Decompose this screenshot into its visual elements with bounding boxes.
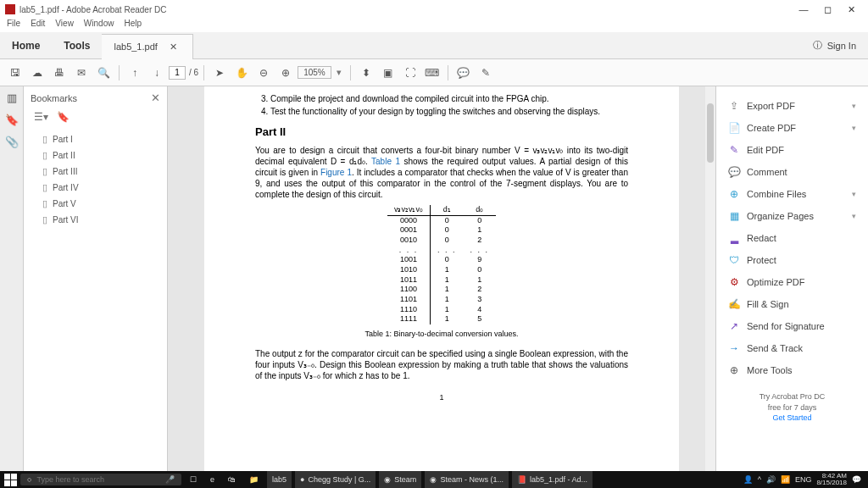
task-explorer[interactable]: 📁 [244,471,264,488]
left-rail: ▥ 🔖 📎 [0,86,24,471]
mic-icon[interactable]: 🎤 [165,475,175,484]
prev-page-icon[interactable]: ↑ [125,63,145,83]
mail-icon[interactable]: ✉ [71,63,92,83]
tab-close-icon[interactable]: ✕ [170,42,177,53]
comment-icon[interactable]: 💬 [453,63,474,83]
tray-up-icon[interactable]: ^ [758,475,761,484]
tab-home[interactable]: Home [0,32,52,58]
attachments-icon[interactable]: 📎 [5,136,19,149]
clock[interactable]: 8:42 AM 8/15/2018 [816,473,847,486]
minimize-button[interactable]: — [792,4,815,14]
ribbon-icon: ▯ [42,134,47,145]
chevron-down-icon: ▾ [852,190,856,198]
document-area[interactable]: Compile the project and download the com… [168,86,715,471]
paragraph: You are to design a circuit that convert… [255,145,628,200]
task-steam-news[interactable]: ◉ Steam - News (1... [425,471,509,488]
bookmark-part-i[interactable]: ▯Part I [31,131,160,147]
bookmarks-close-icon[interactable]: ✕ [151,92,160,104]
search-input[interactable] [36,475,160,484]
tool-comment[interactable]: 💬Comment [716,161,868,183]
people-icon[interactable]: 👤 [743,475,753,484]
fit-width-icon[interactable]: ⬍ [356,63,376,83]
next-page-icon[interactable]: ↓ [147,63,167,83]
network-icon[interactable]: 🔊 [766,475,776,484]
start-button[interactable] [3,473,17,486]
highlight-icon[interactable]: ✎ [476,63,496,83]
app-icon [5,4,15,14]
print-icon[interactable]: 🖶 [49,63,70,83]
help-icon[interactable]: ⓘ [813,39,822,52]
zoom-out-icon[interactable]: ⊖ [253,63,274,83]
fullscreen-icon[interactable]: ⛶ [400,63,420,83]
tool-create-pdf[interactable]: 📄Create PDF▾ [716,117,868,139]
tool-optimize-pdf[interactable]: ⚙Optimize PDF [716,271,868,293]
lang-indicator[interactable]: ENG [795,475,812,484]
tool-more-tools[interactable]: ⊕More Tools [716,359,868,381]
cloud-icon[interactable]: ☁ [27,63,47,83]
scrollbar[interactable] [705,86,715,471]
page-number: 1 [255,393,628,403]
tool-send-for-signature[interactable]: ↗Send for Signature [716,315,868,337]
tool-fill-sign[interactable]: ✍Fill & Sign [716,293,868,315]
task-edge[interactable]: e [205,471,220,488]
notifications-icon[interactable]: 💬 [852,475,861,484]
cortana-icon: ○ [27,475,31,484]
taskbar-search[interactable]: ○ 🎤 [20,474,181,485]
zoom-level[interactable]: 105% [298,66,331,79]
bookmark-part-v[interactable]: ▯Part V [31,196,160,212]
task-chegg[interactable]: ● Chegg Study | G... [295,471,376,488]
menu-view[interactable]: View [55,19,74,32]
chevron-down-icon: ▾ [852,212,856,220]
tool-organize-pages[interactable]: ▦Organize Pages▾ [716,205,868,227]
tool-icon: → [728,342,740,354]
system-tray[interactable]: 👤 ^ 🔊 📶 ENG 8:42 AM 8/15/2018 💬 [743,473,865,486]
menu-file[interactable]: File [7,19,20,32]
wifi-icon[interactable]: 📶 [781,475,790,484]
menu-help[interactable]: Help [124,19,142,32]
bookmark-options-icon[interactable]: ☰▾ [34,111,48,123]
thumbnails-icon[interactable]: ▥ [5,92,19,105]
read-aloud-icon[interactable]: ⌨ [422,63,442,83]
tool-label: Create PDF [747,123,796,133]
tool-protect[interactable]: 🛡Protect [716,249,868,271]
close-button[interactable]: ✕ [839,4,863,15]
task-lab5[interactable]: lab5 [267,471,292,488]
bookmark-find-icon[interactable]: 🔖 [57,111,70,123]
zoom-in-icon[interactable]: ⊕ [275,63,296,83]
pointer-icon[interactable]: ➤ [209,63,230,83]
tool-edit-pdf[interactable]: ✎Edit PDF [716,139,868,161]
scroll-thumb[interactable] [707,103,714,163]
taskbar: ○ 🎤 ☐ e 🛍 📁 lab5 ● Chegg Study | G... ◉ … [0,471,868,488]
menu-edit[interactable]: Edit [31,19,45,32]
maximize-button[interactable]: ◻ [815,4,839,15]
task-steam[interactable]: ◉ Steam [379,471,421,488]
fit-page-icon[interactable]: ▣ [378,63,398,83]
search-icon[interactable]: 🔍 [93,63,114,83]
bookmark-part-iii[interactable]: ▯Part III [31,164,160,180]
zoom-dropdown-icon[interactable]: ▾ [333,67,345,78]
bookmark-part-ii[interactable]: ▯Part II [31,147,160,164]
bookmark-part-iv[interactable]: ▯Part IV [31,180,160,196]
task-store[interactable]: 🛍 [223,471,241,488]
get-started-link[interactable]: Get Started [772,413,811,422]
tab-document[interactable]: lab5_1.pdf ✕ [102,34,192,59]
task-acrobat[interactable]: 📕 lab5_1.pdf - Ad... [512,471,593,488]
signin-link[interactable]: ⓘ Sign In [801,39,868,52]
ribbon-icon: ▯ [42,198,47,209]
taskview-icon[interactable]: ☐ [185,471,202,488]
paragraph: The output z for the comparator circuit … [255,348,628,381]
tool-export-pdf[interactable]: ⇪Export PDF▾ [716,95,868,117]
ribbon-icon: ▯ [42,214,47,225]
bookmarks-icon[interactable]: 🔖 [5,114,19,127]
chevron-down-icon: ▾ [852,124,856,132]
tool-combine-files[interactable]: ⊕Combine Files▾ [716,183,868,205]
page-input[interactable] [169,66,186,80]
tab-tools[interactable]: Tools [52,32,102,58]
trial-promo: Try Acrobat Pro DC free for 7 days Get S… [716,391,868,424]
hand-icon[interactable]: ✋ [231,63,252,83]
menu-window[interactable]: Window [84,19,114,32]
tool-send-track[interactable]: →Send & Track [716,337,868,359]
save-icon[interactable]: 🖫 [5,63,25,83]
tool-redact[interactable]: ▂Redact [716,227,868,249]
bookmark-part-vi[interactable]: ▯Part VI [31,212,160,228]
